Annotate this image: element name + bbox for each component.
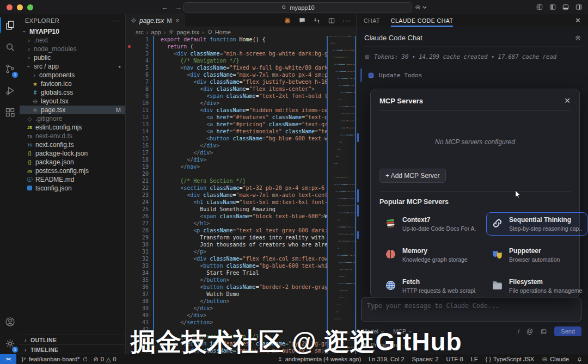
explorer-more-icon[interactable]: ··· (112, 17, 120, 24)
tree-item--next[interactable]: ›.next (20, 36, 125, 45)
code-area[interactable]: 1234567891011121314151617181920212223242… (126, 36, 329, 354)
window-controls (7, 4, 33, 10)
settings-gear-icon[interactable]: 1 (0, 332, 20, 354)
warnings-icon: △ (106, 356, 111, 363)
attach-image-icon[interactable] (540, 328, 547, 335)
mcp-card-memory[interactable]: MemoryKnowledge graph storage (379, 243, 481, 267)
tree-item-readme-md[interactable]: ⓘREADME.md (20, 175, 125, 184)
account-icon[interactable] (0, 311, 20, 332)
remote-indicator[interactable]: >< (0, 354, 16, 364)
source-control-icon[interactable]: 1 (0, 58, 20, 79)
breadcrumb-item[interactable]: app (151, 29, 161, 35)
chat-message-input[interactable] (361, 297, 581, 322)
toggle-primary-sidebar-icon[interactable] (549, 3, 556, 11)
mention-button[interactable]: @ (526, 328, 533, 335)
minimap[interactable]: export default function Home() { return … (327, 36, 356, 354)
chat-tab-chat[interactable]: CHAT (364, 14, 380, 27)
git-branch-item[interactable]: feat/kanban-board* (21, 356, 88, 362)
split-editor-icon[interactable] (328, 17, 335, 24)
chat-block-marker (357, 133, 359, 142)
tree-item-eslint-config-mjs[interactable]: JSeslint.config.mjs (20, 123, 125, 132)
panel-close-icon[interactable]: ✕ (575, 16, 581, 24)
mcp-card-sequential-thinking[interactable]: Sequential ThinkingStep-by-step reasonin… (486, 212, 587, 236)
folder-icon (491, 278, 504, 292)
slash-command-button[interactable]: / (518, 328, 519, 335)
chat-tab-claude-code-chat[interactable]: CLAUDE CODE CHAT (391, 14, 454, 27)
search-icon (281, 4, 287, 10)
tree-item-public[interactable]: ›public (20, 53, 125, 62)
breadcrumb-item[interactable]: src (136, 29, 144, 35)
tree-item-package-lock-json[interactable]: {}package-lock.json (20, 149, 125, 158)
code-content: export default function Home() { return … (161, 36, 329, 354)
toggle-secondary-sidebar-icon[interactable] (575, 3, 583, 11)
minimap-content: export default function Home() { return … (328, 36, 355, 354)
nav-back-icon[interactable]: ← (161, 3, 168, 11)
tree-item-src-app[interactable]: ›src / app● (20, 62, 125, 71)
editor-more-icon[interactable]: ··· (342, 17, 351, 24)
tree-item-layout-tsx[interactable]: layout.tsx (20, 97, 125, 106)
git-branch-icon (21, 356, 27, 362)
status-item-typescript-jsx[interactable]: { }TypeScript JSX (486, 356, 535, 362)
status-item-claude[interactable]: Claude (542, 356, 569, 362)
run-debug-icon[interactable] (0, 79, 20, 101)
breadcrumb-item[interactable]: Home (207, 29, 231, 35)
chat-panel-tabs: CHATCLAUDE CODE CHAT✕ (357, 14, 588, 27)
customize-layout-icon[interactable] (536, 3, 543, 11)
source-control-badge: 1 (12, 72, 18, 78)
mcp-card-context7[interactable]: Context7Up-to-date Code Docs For A... (379, 212, 481, 236)
search-value: myapp10 (290, 4, 314, 11)
settings-badge: 1 (12, 347, 18, 353)
chevron-right-icon: › (26, 54, 32, 61)
explorer-icon[interactable] (0, 14, 20, 36)
breadcrumb-item[interactable]: page.tsx (168, 29, 199, 35)
tree-item-page-tsx[interactable]: page.tsxM (20, 106, 125, 114)
compare-changes-icon[interactable] (313, 17, 321, 24)
tree-item-tsconfig-json[interactable]: tsconfig.json (20, 184, 125, 193)
mcp-card-fetch[interactable]: FetchHTTP requests & web scrapi... (379, 274, 481, 298)
modal-close-icon[interactable]: ✕ (564, 96, 571, 105)
status-item-lf[interactable]: LF (471, 356, 478, 362)
section-timeline[interactable]: ›TIMELINE (20, 344, 125, 354)
section-outline[interactable]: ›OUTLINE (20, 335, 125, 344)
close-window-button[interactable] (7, 4, 13, 10)
mcp-card-puppeteer[interactable]: PuppeteerBrowser automation (486, 243, 587, 267)
tree-item-next-config-ts[interactable]: TSnext.config.ts (20, 140, 125, 149)
extensions-icon[interactable] (0, 101, 20, 123)
tree-item-globals-css[interactable]: #globals.css (20, 88, 125, 97)
tab-close-icon[interactable]: × (176, 17, 180, 24)
toggle-panel-icon[interactable] (562, 3, 569, 11)
tree-item-package-json[interactable]: {}package.json (20, 158, 125, 166)
tree-root[interactable]: › MYAPP10 (20, 27, 125, 36)
tree-item-favicon-ico[interactable]: ★favicon.ico (20, 79, 125, 88)
send-button[interactable]: Send (554, 326, 581, 336)
command-center-search[interactable]: myapp10 (183, 2, 412, 13)
tree-item-node-modules[interactable]: ›node_modules (20, 45, 125, 53)
nav-forward-icon[interactable]: → (175, 3, 182, 11)
tree-item-next-env-d-ts[interactable]: TSnext-env.d.ts (20, 132, 125, 140)
tree-item-postcss-config-mjs[interactable]: JSpostcss.config.mjs (20, 166, 125, 175)
claude-sparkle-icon[interactable] (284, 17, 291, 24)
copilot-menu[interactable] (415, 4, 427, 10)
link-icon (491, 216, 504, 230)
comment-icon[interactable] (298, 17, 306, 24)
problems-item[interactable]: ⊘ 0 △ 0 (94, 356, 117, 363)
maximize-window-button[interactable] (27, 4, 33, 10)
search-sidebar-icon[interactable] (0, 36, 20, 58)
chevron-right-icon: › (26, 46, 32, 52)
mcp-card-filesystem[interactable]: FilesystemFile operations & management (486, 274, 587, 298)
chevron-right-icon: › (32, 72, 37, 78)
watermark-text: 掘金技术社区 @ 逛逛GitHub (131, 325, 462, 359)
file-gear-icon (131, 17, 137, 23)
bell-icon (577, 356, 583, 362)
minimize-window-button[interactable] (17, 4, 23, 10)
chat-block-marker (357, 231, 359, 239)
status-item-bell[interactable] (577, 356, 583, 362)
add-mcp-server-button[interactable]: + Add MCP Server (379, 169, 446, 183)
tree-item-components[interactable]: ›components (20, 71, 125, 79)
chat-settings-gear-icon[interactable] (574, 34, 581, 41)
tab-page-tsx[interactable]: page.tsx M × (126, 14, 185, 27)
file-tree: ›.next›node_modules›public›src / app●›co… (20, 36, 125, 193)
todo-tool-item[interactable]: Update Todos (360, 69, 422, 82)
tree-item--gitignore[interactable]: ◇.gitignore (20, 114, 125, 123)
git-modified-bar (153, 36, 154, 354)
